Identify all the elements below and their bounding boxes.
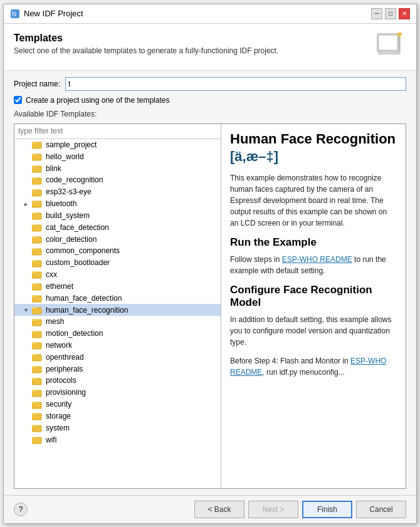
tree-item-label: common_components (46, 246, 120, 255)
minimize-button[interactable]: ─ (371, 8, 382, 19)
checkbox-label: Create a project using one of the templa… (26, 96, 169, 105)
tree-item[interactable]: mesh (14, 316, 221, 328)
svg-rect-5 (379, 35, 397, 50)
tree-item[interactable]: human_face_detection (14, 292, 221, 304)
back-button[interactable]: < Back (194, 501, 244, 518)
tree-item[interactable]: openthread (14, 351, 221, 363)
svg-rect-33 (32, 236, 36, 238)
svg-rect-81 (32, 425, 36, 427)
tree-item[interactable]: protocols (14, 375, 221, 387)
folder-icon (32, 140, 43, 150)
tree-item[interactable]: peripherals (14, 363, 221, 375)
tree-item-label: wifi (46, 436, 56, 444)
svg-rect-51 (32, 307, 36, 309)
content-h2-configure: Configure Face Recognition Model (230, 284, 397, 309)
tree-item[interactable]: wifi (14, 434, 221, 446)
tree-item[interactable]: network (14, 340, 221, 352)
folder-icon (32, 222, 43, 232)
tree-item[interactable]: motion_detection (14, 328, 221, 340)
tree-item[interactable]: hello_world (14, 150, 221, 162)
help-button[interactable]: ? (14, 503, 28, 516)
svg-rect-54 (32, 319, 36, 321)
tree-item-label: code_recognition (46, 175, 103, 184)
tree-item-label: hello_world (46, 152, 84, 161)
title-controls: ─ □ ✕ (371, 8, 410, 19)
tree-item[interactable]: common_components (14, 245, 221, 257)
tree-item[interactable]: ▾human_face_recognition (14, 304, 221, 316)
tree-container[interactable]: sample_projecthello_worldblinkcode_recog… (14, 139, 221, 488)
folder-icon (32, 364, 43, 373)
folder-icon (32, 352, 43, 362)
svg-rect-78 (32, 413, 36, 415)
svg-rect-84 (32, 437, 36, 439)
tree-item[interactable]: cxx (14, 269, 221, 281)
tree-item-label: custom_bootloader (46, 258, 110, 267)
tree-item[interactable]: provisioning (14, 387, 221, 399)
svg-rect-48 (32, 295, 36, 297)
folder-icon (32, 211, 43, 220)
tree-item[interactable]: security (14, 399, 221, 410)
tree-item[interactable]: code_recognition (14, 174, 221, 186)
svg-rect-15 (32, 165, 36, 167)
tree-item-label: mesh (46, 317, 64, 326)
tree-item-label: security (46, 400, 71, 409)
tree-item[interactable]: system (14, 422, 221, 434)
tree-item[interactable]: build_system (14, 209, 221, 221)
folder-icon (32, 423, 43, 432)
header-subtitle: Select one of the available templates to… (14, 46, 278, 55)
folder-icon (32, 305, 43, 315)
right-panel: Human Face Recognition [ä,æ–‡] This exam… (221, 124, 406, 488)
tree-item[interactable]: storage (14, 410, 221, 422)
tree-item-label: blink (46, 164, 61, 173)
tree-item[interactable]: sample_project (14, 139, 221, 151)
restore-button[interactable]: □ (385, 8, 396, 19)
content-title: Human Face Recognition [ä,æ–‡] (230, 130, 397, 166)
project-name-input[interactable] (65, 77, 406, 91)
header-icon (376, 33, 406, 63)
svg-rect-42 (32, 271, 36, 273)
tree-item[interactable]: color_detection (14, 233, 221, 245)
page-title: Templates (14, 33, 278, 44)
tree-item-label: human_face_recognition (46, 306, 128, 315)
folder-icon (32, 270, 43, 279)
next-button[interactable]: Next > (248, 501, 298, 518)
svg-rect-12 (32, 154, 36, 155)
tree-item[interactable]: custom_bootloader (14, 257, 221, 269)
content-title-link[interactable]: [ä,æ–‡] (230, 149, 278, 164)
tree-item[interactable]: cat_face_detection (14, 221, 221, 233)
close-button[interactable]: ✕ (399, 8, 410, 19)
checkbox-row: Create a project using one of the templa… (14, 96, 406, 105)
project-name-label: Project name: (14, 80, 60, 88)
svg-rect-24 (32, 201, 36, 202)
tree-item[interactable]: esp32-s3-eye (14, 186, 221, 198)
title-bar-left: N New IDF Project (10, 9, 83, 19)
filter-input[interactable] (14, 124, 221, 139)
tree-item[interactable]: ▸bluetooth (14, 198, 221, 210)
tree-item-label: peripherals (46, 365, 83, 373)
tree-item-label: system (46, 424, 70, 432)
folder-icon (32, 400, 43, 409)
folder-icon (32, 246, 43, 256)
svg-rect-27 (32, 212, 36, 214)
cancel-button[interactable]: Cancel (356, 501, 406, 518)
app-icon: N (10, 9, 20, 19)
svg-rect-69 (32, 378, 36, 380)
dialog-header: Templates Select one of the available te… (4, 24, 416, 71)
content-h2-run: Run the Example (230, 236, 397, 249)
tree-item-label: human_face_detection (46, 294, 122, 303)
tree-item[interactable]: ethernet (14, 280, 221, 292)
tree-item[interactable]: blink (14, 162, 221, 174)
svg-rect-30 (32, 224, 36, 226)
svg-rect-21 (32, 189, 36, 191)
use-template-checkbox[interactable] (14, 96, 22, 104)
svg-rect-63 (32, 354, 36, 356)
folder-icon (32, 164, 43, 173)
esp-who-readme-link-1[interactable]: ESP-WHO README (282, 255, 352, 264)
tree-item-label: cxx (46, 270, 57, 279)
finish-button[interactable]: Finish (302, 501, 352, 518)
title-bar: N New IDF Project ─ □ ✕ (4, 4, 416, 24)
folder-icon (32, 258, 43, 268)
folder-icon (32, 281, 43, 291)
folder-icon (32, 293, 43, 303)
folder-icon (32, 435, 43, 444)
